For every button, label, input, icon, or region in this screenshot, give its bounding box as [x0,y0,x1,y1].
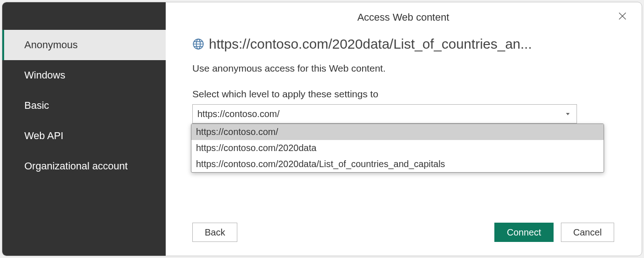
level-dropdown-list: https://contoso.com/ https://contoso.com… [191,123,604,173]
sidebar-item-windows[interactable]: Windows [2,60,166,90]
url-row: https://contoso.com/2020data/List_of_cou… [192,36,614,52]
level-option[interactable]: https://contoso.com/ [191,124,604,140]
level-select[interactable]: https://contoso.com/ [192,104,577,123]
sidebar-item-label: Anonymous [24,39,78,50]
sidebar-item-basic[interactable]: Basic [2,90,166,121]
dialog-title: Access Web content [192,11,614,23]
close-icon [617,11,627,23]
back-button[interactable]: Back [192,223,237,242]
globe-icon [192,38,204,50]
auth-description: Use anonymous access for this Web conten… [192,63,614,74]
button-label: Back [205,227,225,238]
button-row: Back Connect Cancel [192,223,614,242]
sidebar-item-label: Basic [24,100,49,111]
level-select-value: https://contoso.com/ [197,109,280,119]
button-label: Cancel [573,227,602,238]
sidebar-item-anonymous[interactable]: Anonymous [2,30,166,60]
sidebar-item-label: Web API [24,130,63,141]
url-text: https://contoso.com/2020data/List_of_cou… [209,36,532,52]
connect-button[interactable]: Connect [494,223,554,242]
chevron-down-icon [565,110,571,118]
cancel-button[interactable]: Cancel [561,223,614,242]
access-web-content-dialog: Anonymous Windows Basic Web API Organiza… [2,2,642,256]
level-option[interactable]: https://contoso.com/2020data/List_of_cou… [191,156,604,172]
level-option-label: https://contoso.com/2020data [196,143,316,153]
sidebar-item-label: Windows [24,69,65,81]
sidebar-item-organizational-account[interactable]: Organizational account [2,151,166,181]
level-option-label: https://contoso.com/ [196,127,278,137]
level-option-label: https://contoso.com/2020data/List_of_cou… [196,159,445,169]
button-label: Connect [507,227,541,238]
main-panel: Access Web content https://contoso.c [166,2,642,256]
level-option[interactable]: https://contoso.com/2020data [191,140,604,156]
sidebar-item-label: Organizational account [24,160,128,172]
level-field-label: Select which level to apply these settin… [192,89,614,100]
sidebar-item-web-api[interactable]: Web API [2,121,166,151]
level-select-wrap: https://contoso.com/ https://contoso.com… [192,104,577,123]
auth-method-sidebar: Anonymous Windows Basic Web API Organiza… [2,2,166,256]
close-button[interactable] [616,11,629,23]
svg-marker-5 [566,113,570,115]
